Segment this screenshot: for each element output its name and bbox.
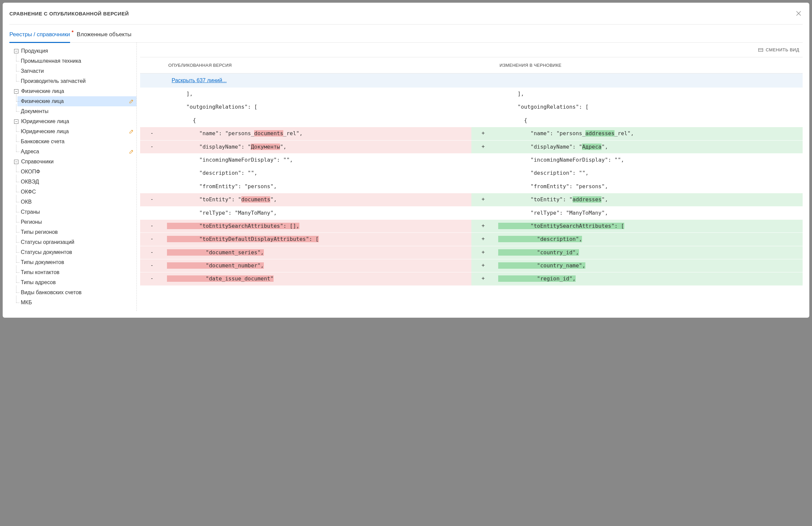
tree-label: Документы	[21, 108, 48, 114]
code-right: "incomingNameForDisplay": "",	[495, 154, 802, 166]
change-view-button[interactable]: СМЕНИТЬ ВИД	[758, 47, 799, 52]
collapse-icon[interactable]: −	[14, 119, 18, 124]
code-left: "date_issue_document"	[164, 272, 472, 285]
tree-label: Типы документов	[21, 259, 64, 265]
tree-item[interactable]: Промышленная техника	[17, 56, 136, 66]
diff-table[interactable]: ОПУБЛИКОВАННАЯ ВЕРСИЯ ИЗМЕНЕНИЯ В ЧЕРНОВ…	[140, 57, 802, 311]
close-button[interactable]	[795, 10, 802, 17]
code-left: "outgoingRelations": [	[164, 101, 472, 113]
tree-label: Виды банковских счетов	[21, 289, 82, 296]
tree-label: Банковские счета	[21, 139, 64, 145]
code-right: ],	[495, 88, 802, 100]
tree-item[interactable]: Страны	[17, 207, 136, 217]
modal-title: СРАВНЕНИЕ С ОПУБЛИКОВАННОЙ ВЕРСИЕЙ	[10, 11, 129, 16]
tree-group-products[interactable]: − Продукция	[11, 46, 136, 56]
code-left: "document_series",	[164, 246, 472, 259]
code-left: "displayName": "Документы",	[164, 141, 472, 153]
tree-item-persons[interactable]: Физические лица	[17, 96, 136, 106]
code-left: ],	[164, 88, 472, 100]
code-right: "fromEntity": "persons",	[495, 180, 802, 193]
tree-item[interactable]: Типы регионов	[17, 227, 136, 237]
tabs: Реестры / справочники Вложенные объекты	[10, 25, 802, 43]
tab-registries[interactable]: Реестры / справочники	[10, 30, 70, 43]
code-right: "toEntity": "addresses",	[495, 193, 802, 206]
column-draft: ИЗМЕНЕНИЯ В ЧЕРНОВИКЕ	[495, 57, 802, 73]
tree-item[interactable]: Виды банковских счетов	[17, 287, 136, 298]
tab-label: Реестры / справочники	[10, 31, 70, 38]
tree-label: Регионы	[21, 219, 42, 225]
tree-item[interactable]: ОКВЭД	[17, 177, 136, 187]
collapse-icon[interactable]: −	[14, 89, 18, 94]
edit-icon	[129, 129, 134, 134]
tree-panel[interactable]: − Продукция Промышленная техника Запчаст…	[10, 43, 137, 311]
tree-label: Физические лица	[21, 88, 64, 94]
change-view-label: СМЕНИТЬ ВИД	[766, 47, 799, 52]
tree-item[interactable]: Документы	[17, 106, 136, 116]
diff-row-changed: - "toEntityDefaultDisplayAttributes": [ …	[140, 233, 802, 246]
tree-label: Типы адресов	[21, 280, 56, 285]
tree-label: ОКВЭД	[21, 179, 39, 185]
code-right: "region_id",	[495, 272, 802, 285]
gutter-removed: -	[140, 141, 164, 153]
code-left: "fromEntity": "persons",	[164, 180, 472, 193]
code-right: "country_id",	[495, 246, 802, 259]
code-left: "name": "persons_documents_rel",	[164, 127, 472, 140]
gutter-removed: -	[140, 233, 164, 245]
gutter-added: +	[472, 233, 495, 245]
tree-label: Справочники	[21, 159, 54, 165]
tree-item[interactable]: ОКОПФ	[17, 167, 136, 177]
tree-item[interactable]: Юридические лица	[17, 127, 136, 137]
tree-label: Производитель запчастей	[21, 78, 86, 84]
layout-icon	[758, 48, 763, 52]
gutter-added: +	[472, 141, 495, 153]
code-left: "toEntitySearchAttributes": [],	[164, 220, 472, 232]
tree-label: Запчасти	[21, 68, 44, 74]
tree-label: Юридические лица	[21, 118, 69, 125]
gutter-removed: -	[140, 259, 164, 272]
gutter-removed: -	[140, 220, 164, 232]
collapse-icon[interactable]: −	[14, 49, 18, 53]
diff-row-changed: - "document_number", + "country_name",	[140, 259, 802, 272]
tree-item[interactable]: Банковские счета	[17, 137, 136, 146]
diff-row-changed: - "name": "persons_documents_rel", + "na…	[140, 127, 802, 140]
code-right: "outgoingRelations": [	[495, 101, 802, 113]
edit-icon	[129, 149, 134, 154]
content: − Продукция Промышленная техника Запчаст…	[10, 43, 802, 311]
tree-group-references[interactable]: − Справочники	[11, 157, 136, 167]
diff-row: "fromEntity": "persons", "fromEntity": "…	[140, 180, 802, 193]
tree-item[interactable]: Типы контактов	[17, 267, 136, 278]
tree-item[interactable]: Запчасти	[17, 66, 136, 76]
gutter-removed: -	[140, 193, 164, 206]
gutter-removed: -	[140, 246, 164, 259]
changes-indicator-dot	[72, 30, 73, 32]
tree-item[interactable]: Типы адресов	[17, 278, 136, 287]
expand-row[interactable]: Раскрыть 637 линий...	[140, 73, 802, 88]
tree-item[interactable]: Производитель запчастей	[17, 76, 136, 86]
tree-item[interactable]: ОКВ	[17, 197, 136, 207]
tree-item[interactable]: Регионы	[17, 217, 136, 227]
tree-item[interactable]: Статусы организаций	[17, 237, 136, 247]
code-right: {	[495, 114, 802, 127]
tree-label: Типы регионов	[21, 229, 58, 235]
tree-group-legal[interactable]: − Юридические лица	[11, 116, 136, 127]
tree-item[interactable]: Статусы документов	[17, 247, 136, 257]
tree-item[interactable]: МКБ	[17, 298, 136, 308]
collapse-icon[interactable]: −	[14, 160, 18, 164]
tree-item[interactable]: Типы документов	[17, 257, 136, 267]
code-left: "relType": "ManyToMany",	[164, 207, 472, 219]
diff-header: ОПУБЛИКОВАННАЯ ВЕРСИЯ ИЗМЕНЕНИЯ В ЧЕРНОВ…	[140, 57, 802, 73]
diff-row-changed: - "displayName": "Документы", + "display…	[140, 141, 802, 154]
tab-nested-objects[interactable]: Вложенные объекты	[77, 30, 131, 42]
code-right: "displayName": "Адреса",	[495, 141, 802, 153]
tree-label: Страны	[21, 209, 40, 215]
tree-item[interactable]: ОКФС	[17, 187, 136, 197]
expand-link[interactable]: Раскрыть 637 линий...	[172, 77, 227, 83]
comparison-modal: СРАВНЕНИЕ С ОПУБЛИКОВАННОЙ ВЕРСИЕЙ Реест…	[3, 3, 809, 318]
tree-group-persons[interactable]: − Физические лица	[11, 86, 136, 96]
tree-item[interactable]: Адреса	[17, 146, 136, 157]
gutter-added: +	[472, 127, 495, 140]
diff-row-changed: - "date_issue_document" + "region_id",	[140, 272, 802, 285]
gutter-added: +	[472, 246, 495, 259]
tree-label: ОКВ	[21, 199, 31, 205]
code-right: "description",	[495, 233, 802, 245]
